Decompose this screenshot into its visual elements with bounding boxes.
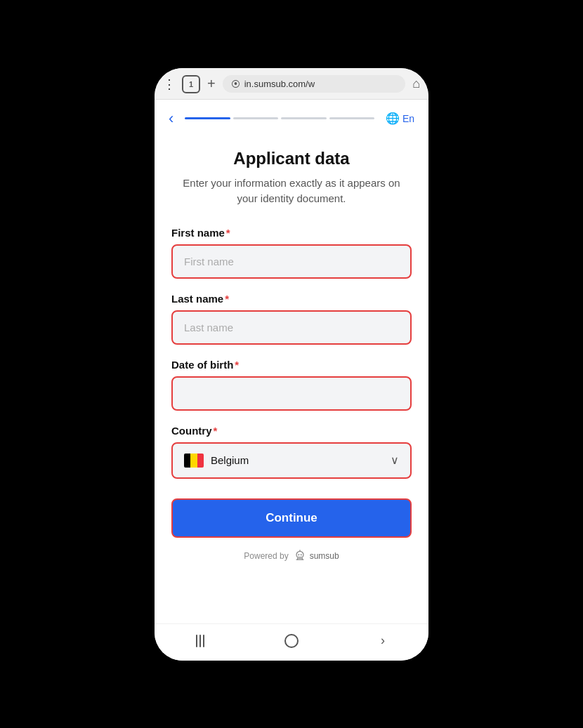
dob-group: Date of birth* <box>171 359 412 411</box>
page-title: Applicant data <box>171 149 412 168</box>
country-value: Belgium <box>211 454 249 466</box>
browser-menu-icon[interactable]: ⋮ <box>163 77 175 92</box>
progress-step-3 <box>281 117 326 119</box>
browser-security-icon: ⦿ <box>231 79 240 89</box>
country-select[interactable]: Belgium ∨ <box>171 442 412 479</box>
first-name-group: First name* <box>171 227 412 279</box>
sumsub-robot-icon <box>293 549 307 563</box>
android-nav-bar: › <box>155 623 428 661</box>
dob-required: * <box>235 359 239 371</box>
svg-point-2 <box>300 554 301 555</box>
last-name-label: Last name* <box>171 293 412 305</box>
android-back-button[interactable] <box>192 633 209 649</box>
powered-by-label: Powered by <box>244 551 288 561</box>
globe-icon: 🌐 <box>386 112 400 125</box>
country-required: * <box>214 425 218 437</box>
browser-url-text: in.sumsub.com/w <box>244 79 315 89</box>
country-left: Belgium <box>184 454 249 468</box>
sumsub-logo: sumsub <box>293 549 339 563</box>
progress-step-2 <box>233 117 278 119</box>
country-group: Country* Belgium ∨ <box>171 425 412 479</box>
svg-point-1 <box>298 554 299 555</box>
page-subtitle: Enter your information exactly as it app… <box>171 176 412 207</box>
page-content: Applicant data Enter your information ex… <box>155 135 428 623</box>
nav-bar: ‹ 🌐 En <box>155 100 428 135</box>
flag-yellow <box>190 454 197 468</box>
browser-url-bar[interactable]: ⦿ in.sumsub.com/w <box>223 75 405 93</box>
progress-bar <box>185 117 374 119</box>
forward-chevron-icon: › <box>381 633 385 648</box>
browser-chrome: ⋮ 1 + ⦿ in.sumsub.com/w ⌂ <box>155 68 428 100</box>
first-name-required: * <box>226 227 230 239</box>
chevron-down-icon: ∨ <box>391 454 399 467</box>
language-label: En <box>402 113 414 124</box>
first-name-input[interactable] <box>171 244 412 279</box>
last-name-input[interactable] <box>171 310 412 345</box>
continue-button[interactable]: Continue <box>171 498 412 538</box>
language-selector[interactable]: 🌐 En <box>386 112 414 125</box>
back-lines-icon <box>196 635 204 647</box>
progress-step-4 <box>329 117 374 119</box>
last-name-group: Last name* <box>171 293 412 345</box>
belgium-flag <box>184 454 204 468</box>
browser-tab-icon[interactable]: 1 <box>182 75 200 93</box>
first-name-label: First name* <box>171 227 412 239</box>
home-circle-icon <box>284 634 299 648</box>
back-button[interactable]: ‹ <box>169 110 173 128</box>
last-name-required: * <box>225 293 229 305</box>
browser-home-icon[interactable]: ⌂ <box>412 77 420 91</box>
android-home-button[interactable] <box>283 633 300 649</box>
phone-frame: ⋮ 1 + ⦿ in.sumsub.com/w ⌂ ‹ 🌐 En Applic <box>155 68 428 661</box>
progress-step-1 <box>185 117 230 119</box>
android-forward-button[interactable]: › <box>374 633 391 649</box>
flag-red <box>197 454 204 468</box>
flag-black <box>184 454 190 468</box>
dob-input[interactable] <box>171 376 412 411</box>
powered-by: Powered by sumsub <box>171 549 412 563</box>
country-label: Country* <box>171 425 412 437</box>
sumsub-brand: sumsub <box>310 551 339 561</box>
browser-add-tab-icon[interactable]: + <box>207 76 216 92</box>
dob-label: Date of birth* <box>171 359 412 371</box>
